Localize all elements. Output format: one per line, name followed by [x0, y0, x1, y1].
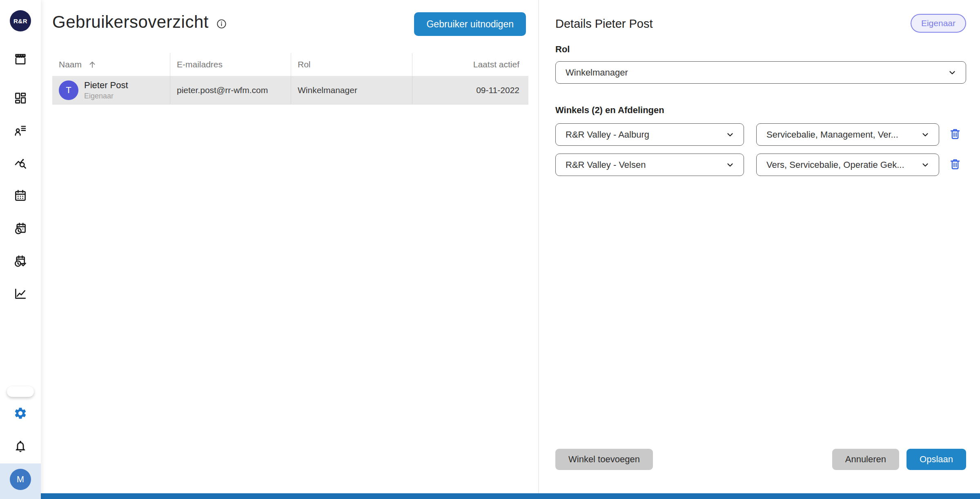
details-header: Details Pieter Post Eigenaar — [555, 14, 966, 33]
dashboard-icon — [13, 91, 27, 105]
store-select-2[interactable]: R&R Valley - Velsen — [555, 154, 744, 176]
bottom-bar — [41, 493, 980, 499]
line-chart-icon — [13, 287, 27, 301]
user-email-cell: pieter.post@rr-wfm.com — [170, 76, 291, 104]
calendar-check-icon — [13, 254, 27, 268]
current-user-avatar[interactable]: M — [10, 469, 31, 490]
sidebar-item-notifications[interactable] — [13, 439, 27, 453]
store-select-1-value: R&R Valley - Aalburg — [566, 129, 649, 140]
departments-select-1-value: Servicebalie, Management, Ver... — [766, 129, 898, 140]
chart-search-icon — [13, 157, 27, 171]
column-header-role-label: Rol — [298, 60, 311, 69]
user-list-icon — [13, 124, 27, 138]
storefront-icon — [13, 52, 27, 66]
invite-user-button[interactable]: Gebruiker uitnodigen — [414, 12, 526, 36]
cancel-button[interactable]: Annuleren — [832, 449, 899, 470]
column-header-last-active[interactable]: Laatst actief — [412, 53, 528, 76]
settings-gear-icon — [13, 406, 27, 420]
sidebar-item-reports[interactable] — [13, 287, 27, 301]
departments-select-2[interactable]: Vers, Servicebalie, Operatie Gek... — [756, 154, 939, 176]
info-icon[interactable] — [216, 18, 227, 29]
sidebar-item-schedule-approval[interactable] — [13, 254, 27, 268]
page-title: Gebruikersoverzicht — [52, 12, 209, 32]
sidebar-item-analysis[interactable] — [13, 157, 27, 171]
user-details-panel: Details Pieter Post Eigenaar Rol Winkelm… — [539, 0, 980, 493]
store-select-1[interactable]: R&R Valley - Aalburg — [555, 123, 744, 146]
user-role: Winkelmanager — [298, 85, 357, 95]
notifications-bell-icon — [13, 439, 27, 453]
column-header-name[interactable]: Naam — [52, 53, 170, 76]
sidebar-item-calendar[interactable] — [13, 189, 27, 203]
table-header-row: Naam E-mailadres Rol Laatst actief — [52, 53, 528, 76]
trash-icon — [949, 128, 961, 140]
sidebar-item-users[interactable] — [13, 124, 27, 138]
column-header-name-label: Naam — [59, 60, 82, 69]
calendar-clock-icon — [13, 222, 27, 236]
calendar-icon — [13, 189, 27, 203]
main-header: Gebruikersoverzicht Gebruiker uitnodigen — [41, 0, 538, 36]
users-overview-panel: Gebruikersoverzicht Gebruiker uitnodigen… — [41, 0, 538, 493]
chevron-down-icon — [921, 160, 930, 169]
chevron-down-icon — [726, 130, 735, 139]
column-header-role[interactable]: Rol — [291, 53, 412, 76]
departments-select-2-value: Vers, Servicebalie, Operatie Gek... — [766, 160, 904, 170]
user-last-active-cell: 09-11-2022 — [412, 76, 528, 104]
rr-logo[interactable]: R&R — [10, 10, 31, 31]
user-last-active: 09-11-2022 — [476, 85, 519, 95]
store-assignment-row: R&R Valley - Aalburg Servicebalie, Manag… — [555, 123, 966, 146]
chevron-down-icon — [921, 130, 930, 139]
add-store-button[interactable]: Winkel toevoegen — [555, 449, 653, 470]
role-select-value: Winkelmanager — [566, 67, 628, 78]
user-row-avatar: T — [59, 80, 78, 100]
details-footer: Winkel toevoegen Annuleren Opslaan — [555, 449, 966, 470]
user-email: pieter.post@rr-wfm.com — [177, 85, 268, 95]
role-field-label: Rol — [555, 44, 966, 55]
users-table: Naam E-mailadres Rol Laatst actief T — [52, 53, 528, 105]
save-button[interactable]: Opslaan — [906, 449, 966, 470]
table-row-selected[interactable]: T Pieter Post Eigenaar pieter.post@rr-wf… — [52, 76, 528, 105]
trash-icon — [949, 158, 961, 170]
sidebar-item-settings[interactable] — [13, 406, 27, 420]
user-name: Pieter Post — [84, 80, 128, 91]
sidebar-item-schedule[interactable] — [13, 222, 27, 236]
details-title: Details Pieter Post — [555, 17, 653, 31]
sidebar-footer: M — [0, 463, 41, 499]
user-role-cell: Winkelmanager — [291, 76, 412, 104]
delete-store-row-2-button[interactable] — [948, 158, 962, 172]
app-window: R&R — [0, 0, 980, 499]
user-subtitle: Eigenaar — [84, 92, 128, 100]
column-header-last-active-label: Laatst actief — [473, 60, 519, 69]
store-select-2-value: R&R Valley - Velsen — [566, 160, 646, 170]
role-select[interactable]: Winkelmanager — [555, 61, 966, 84]
sidebar-item-dashboard[interactable] — [13, 91, 27, 105]
store-assignment-row: R&R Valley - Velsen Vers, Servicebalie, … — [555, 154, 966, 176]
owner-status-badge: Eigenaar — [911, 14, 966, 33]
column-header-email-label: E-mailadres — [177, 60, 223, 69]
column-header-email[interactable]: E-mailadres — [170, 53, 291, 76]
user-name-cell: T Pieter Post Eigenaar — [52, 76, 170, 104]
sidebar-divider — [7, 386, 34, 397]
departments-select-1[interactable]: Servicebalie, Management, Ver... — [756, 123, 939, 146]
chevron-down-icon — [948, 68, 957, 77]
sidebar-item-stores[interactable] — [13, 52, 27, 66]
stores-section-label: Winkels (2) en Afdelingen — [555, 105, 966, 116]
sidebar: R&R — [0, 0, 41, 499]
sort-ascending-icon — [87, 60, 97, 69]
chevron-down-icon — [726, 160, 735, 169]
delete-store-row-1-button[interactable] — [948, 128, 962, 142]
